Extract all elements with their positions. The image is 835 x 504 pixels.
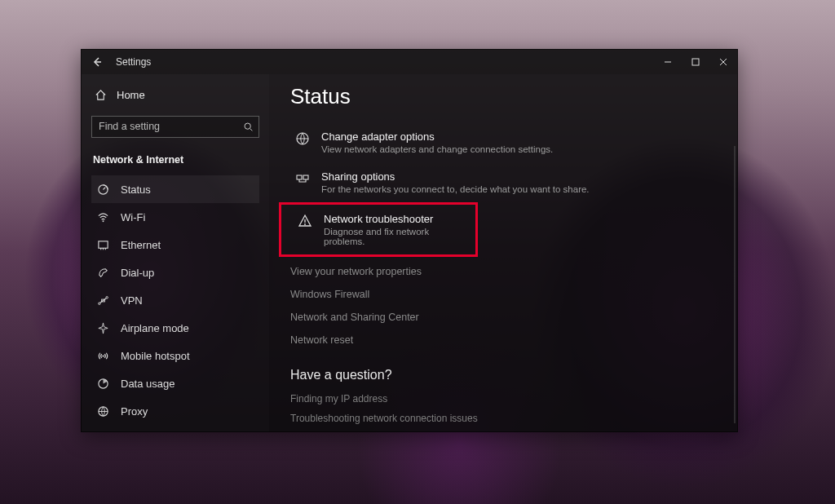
sidebar-category: Network & Internet <box>91 154 259 166</box>
svg-point-14 <box>304 223 306 225</box>
sharing-icon <box>295 171 310 186</box>
data-usage-icon <box>96 377 109 390</box>
link-windows-firewall[interactable]: Windows Firewall <box>290 283 716 306</box>
maximize-icon <box>691 58 700 66</box>
back-button[interactable] <box>90 55 104 69</box>
settings-window: Settings Home Network <box>81 49 738 432</box>
scrollbar[interactable] <box>734 146 736 423</box>
status-icon <box>96 183 109 196</box>
home-label: Home <box>117 89 145 101</box>
setting-desc: Diagnose and fix network problems. <box>324 227 471 246</box>
svg-rect-0 <box>692 59 699 65</box>
page-heading: Status <box>290 84 716 109</box>
setting-title: Sharing options <box>321 170 590 183</box>
svg-point-8 <box>102 355 104 356</box>
search-icon <box>243 122 254 132</box>
sidebar-item-label: VPN <box>121 294 143 307</box>
minimize-button[interactable] <box>654 50 682 74</box>
sidebar-item-label: Status <box>121 183 151 196</box>
setting-desc: View network adapters and change connect… <box>321 144 553 154</box>
sidebar-item-label: Proxy <box>121 405 148 418</box>
warning-triangle-icon <box>298 214 312 228</box>
search-input[interactable] <box>99 121 243 132</box>
main-content: Status Change adapter options View netwo… <box>269 74 737 431</box>
close-icon <box>719 58 727 66</box>
sidebar-item-dialup[interactable]: Dial-up <box>91 259 259 286</box>
search-box[interactable] <box>91 116 259 138</box>
setting-network-troubleshooter[interactable]: Network troubleshooter Diagnose and fix … <box>279 202 478 257</box>
faq-update-driver[interactable]: Updating network adapter or driver <box>290 428 716 431</box>
svg-point-6 <box>105 296 107 298</box>
close-button[interactable] <box>709 50 737 74</box>
setting-title: Network troubleshooter <box>324 213 471 225</box>
link-list: View your network properties Windows Fir… <box>290 260 716 351</box>
svg-rect-13 <box>303 175 308 179</box>
window-title: Settings <box>116 56 151 68</box>
vpn-icon <box>96 294 109 307</box>
sidebar-item-wifi[interactable]: Wi-Fi <box>91 203 259 231</box>
globe-icon <box>295 131 310 146</box>
sidebar-item-ethernet[interactable]: Ethernet <box>91 231 259 259</box>
ethernet-icon <box>96 238 109 251</box>
sidebar-item-label: Mobile hotspot <box>121 350 190 362</box>
sidebar-item-label: Wi-Fi <box>121 211 145 223</box>
setting-change-adapter[interactable]: Change adapter options View network adap… <box>290 122 716 162</box>
setting-desc: For the networks you connect to, decide … <box>321 184 590 194</box>
question-heading: Have a question? <box>290 368 716 382</box>
link-sharing-center[interactable]: Network and Sharing Center <box>290 306 716 329</box>
home-icon <box>95 89 107 101</box>
sidebar: Home Network & Internet Status Wi-Fi <box>82 74 269 431</box>
svg-rect-4 <box>98 241 107 247</box>
sidebar-item-status[interactable]: Status <box>91 175 259 203</box>
proxy-icon <box>96 405 109 418</box>
svg-point-3 <box>102 220 104 222</box>
sidebar-item-label: Ethernet <box>121 239 161 251</box>
faq-troubleshoot[interactable]: Troubleshooting network connection issue… <box>290 409 716 428</box>
setting-sharing-options[interactable]: Sharing options For the networks you con… <box>290 162 716 202</box>
sidebar-item-hotspot[interactable]: Mobile hotspot <box>91 342 259 369</box>
back-arrow-icon <box>91 56 103 68</box>
hotspot-icon <box>96 349 109 362</box>
sidebar-item-label: Dial-up <box>121 267 154 279</box>
maximize-button[interactable] <box>682 50 709 74</box>
svg-rect-12 <box>297 175 302 179</box>
svg-point-1 <box>245 123 250 129</box>
sidebar-nav: Status Wi-Fi Ethernet Dial-up VPN <box>91 175 259 425</box>
airplane-icon <box>96 321 109 334</box>
link-network-reset[interactable]: Network reset <box>290 329 716 351</box>
sidebar-item-label: Data usage <box>121 378 175 390</box>
titlebar: Settings <box>82 50 737 74</box>
sidebar-item-airplane[interactable]: Airplane mode <box>91 314 259 342</box>
sidebar-item-data-usage[interactable]: Data usage <box>91 369 259 397</box>
sidebar-item-label: Airplane mode <box>121 322 189 334</box>
minimize-icon <box>664 58 672 66</box>
sidebar-item-proxy[interactable]: Proxy <box>91 397 259 425</box>
home-button[interactable]: Home <box>91 84 259 106</box>
svg-point-5 <box>98 303 99 304</box>
setting-title: Change adapter options <box>321 130 553 143</box>
faq-list: Finding my IP address Troubleshooting ne… <box>290 389 716 431</box>
faq-ip-address[interactable]: Finding my IP address <box>290 389 716 409</box>
dialup-icon <box>96 266 109 279</box>
sidebar-item-vpn[interactable]: VPN <box>91 286 259 314</box>
wifi-icon <box>96 210 109 223</box>
link-view-properties[interactable]: View your network properties <box>290 260 716 283</box>
